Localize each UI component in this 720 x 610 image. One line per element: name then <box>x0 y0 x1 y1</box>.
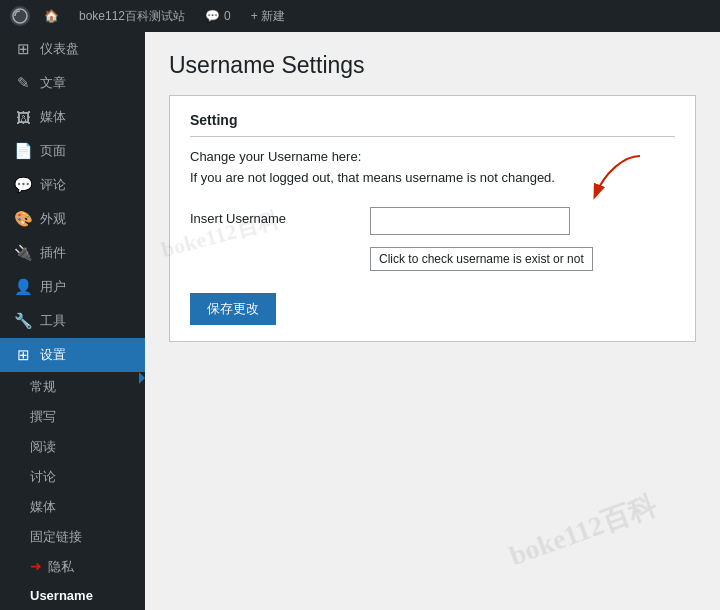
home-icon: 🏠 <box>44 9 59 23</box>
page-title: Username Settings <box>169 52 696 79</box>
admin-bar-new[interactable]: + 新建 <box>245 0 291 32</box>
sidebar-item-users[interactable]: 👤 用户 <box>0 270 145 304</box>
layout: ⊞ 仪表盘 ✎ 文章 🖼 媒体 📄 页面 💬 评论 🎨 外观 <box>0 32 720 610</box>
admin-bar-site-name[interactable]: boke112百科测试站 <box>73 0 191 32</box>
sidebar-item-appearance[interactable]: 🎨 外观 <box>0 202 145 236</box>
check-username-button[interactable]: Click to check username is exist or not <box>370 247 593 271</box>
submenu-username[interactable]: Username <box>0 582 145 609</box>
admin-bar-comments[interactable]: 💬 0 <box>199 0 237 32</box>
posts-icon: ✎ <box>14 74 32 92</box>
username-input[interactable] <box>370 207 570 235</box>
comments-sidebar-icon: 💬 <box>14 176 32 194</box>
section-title: Setting <box>190 112 675 137</box>
admin-bar: 🏠 boke112百科测试站 💬 0 + 新建 <box>0 0 720 32</box>
username-label: Insert Username <box>190 201 370 277</box>
submenu-media[interactable]: 媒体 <box>0 492 145 522</box>
comments-icon: 💬 <box>205 9 220 23</box>
submenu-discussion[interactable]: 讨论 <box>0 462 145 492</box>
sidebar-item-settings-wrapper: ⊞ 设置 <box>0 338 145 372</box>
sidebar-item-media[interactable]: 🖼 媒体 <box>0 100 145 134</box>
sidebar-item-settings[interactable]: ⊞ 设置 <box>0 338 145 372</box>
wp-logo[interactable] <box>10 6 30 26</box>
submenu-general[interactable]: 常规 <box>0 372 145 402</box>
sidebar-item-pages[interactable]: 📄 页面 <box>0 134 145 168</box>
form-table: Insert Username <box>190 201 675 277</box>
sidebar-item-posts[interactable]: ✎ 文章 <box>0 66 145 100</box>
sidebar: ⊞ 仪表盘 ✎ 文章 🖼 媒体 📄 页面 💬 评论 🎨 外观 <box>0 32 145 610</box>
users-icon: 👤 <box>14 278 32 296</box>
plugins-icon: 🔌 <box>14 244 32 262</box>
submenu-permalinks[interactable]: 固定链接 <box>0 522 145 552</box>
media-icon: 🖼 <box>14 109 32 126</box>
settings-icon: ⊞ <box>14 346 32 364</box>
username-row: Insert Username <box>190 201 675 277</box>
settings-submenu: 常规 撰写 阅读 讨论 媒体 固定链接 ➜ 隐私 Username <box>0 372 145 609</box>
description: Change your Username here: If you are no… <box>190 147 675 189</box>
settings-arrow <box>139 372 145 384</box>
main-content: Username Settings Setting Change your Us… <box>145 32 720 610</box>
sidebar-item-tools[interactable]: 🔧 工具 <box>0 304 145 338</box>
check-username-btn-wrapper: Click to check username is exist or not <box>370 241 675 271</box>
submenu-reading[interactable]: 阅读 <box>0 432 145 462</box>
appearance-icon: 🎨 <box>14 210 32 228</box>
sidebar-item-plugins[interactable]: 🔌 插件 <box>0 236 145 270</box>
username-field-cell: Click to check username is exist or not <box>370 201 675 277</box>
settings-box: Setting Change your Username here: If yo… <box>169 95 696 342</box>
save-button[interactable]: 保存更改 <box>190 293 276 325</box>
sidebar-item-comments[interactable]: 💬 评论 <box>0 168 145 202</box>
submenu-writing[interactable]: 撰写 <box>0 402 145 432</box>
sidebar-item-dashboard[interactable]: ⊞ 仪表盘 <box>0 32 145 66</box>
admin-bar-home[interactable]: 🏠 <box>38 0 65 32</box>
pages-icon: 📄 <box>14 142 32 160</box>
dashboard-icon: ⊞ <box>14 40 32 58</box>
sidebar-menu: ⊞ 仪表盘 ✎ 文章 🖼 媒体 📄 页面 💬 评论 🎨 外观 <box>0 32 145 610</box>
tools-icon: 🔧 <box>14 312 32 330</box>
submenu-privacy[interactable]: ➜ 隐私 <box>0 552 145 582</box>
privacy-arrow-icon: ➜ <box>30 558 42 574</box>
